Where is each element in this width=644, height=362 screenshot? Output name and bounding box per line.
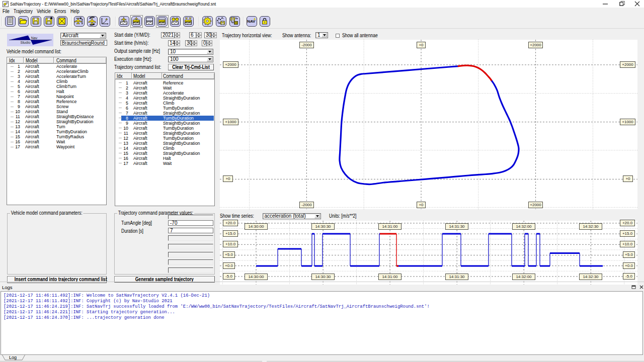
svg-text:on/off: on/off [159,20,165,23]
svg-text:on/off: on/off [185,20,191,23]
svg-text:Nav: Nav [31,36,37,40]
svg-text:Studio: Studio [20,41,30,44]
svg-text:NAV: NAV [247,19,256,24]
svg-text:on/off: on/off [133,20,139,23]
svg-text:Log: Log [9,355,17,360]
